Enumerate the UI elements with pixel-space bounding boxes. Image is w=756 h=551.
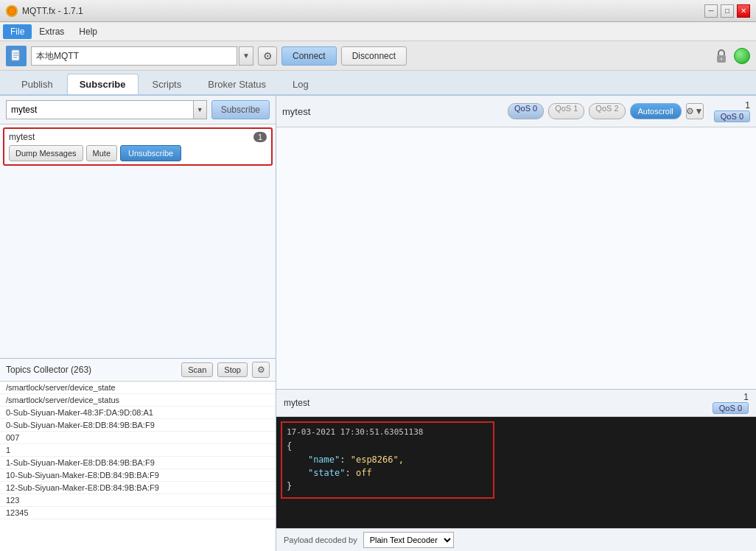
subscription-list: mytest 1 Dump Messages Mute Unsubscribe xyxy=(0,124,276,358)
maximize-button[interactable]: □ xyxy=(721,4,734,18)
tab-publish[interactable]: Publish xyxy=(9,74,66,94)
right-settings-button[interactable]: ⚙▼ xyxy=(686,103,704,119)
msg-detail-meta: 1 QoS 0 xyxy=(713,392,749,414)
list-item[interactable]: 0-Sub-Siyuan-Maker-E8:DB:84:9B:BA:F9 xyxy=(0,419,276,432)
sub-topic-name: mytest xyxy=(9,132,35,142)
sub-item-actions: Dump Messages Mute Unsubscribe xyxy=(9,145,267,161)
msg-footer: Payload decoded by Plain Text Decoder xyxy=(276,528,756,551)
sub-item-header: mytest 1 xyxy=(9,132,267,142)
mute-button[interactable]: Mute xyxy=(86,145,117,161)
connect-button[interactable]: Connect xyxy=(281,46,337,66)
topics-header: Topics Collector (263) Scan Stop ⚙ xyxy=(0,359,276,382)
main-tabs: Publish Subscribe Scripts Broker Status … xyxy=(0,71,756,96)
topic-input-wrap: ▼ xyxy=(6,100,207,119)
left-panel: ▼ Subscribe mytest 1 Dump Messages Mute … xyxy=(0,96,276,551)
topics-settings-button[interactable]: ⚙ xyxy=(252,362,270,378)
stop-button[interactable]: Stop xyxy=(217,362,248,377)
tab-subscribe[interactable]: Subscribe xyxy=(67,74,139,94)
autoscroll-button[interactable]: Autoscroll xyxy=(630,103,682,119)
list-item[interactable]: 0-Sub-Siyuan-Maker-48:3F:DA:9D:08:A1 xyxy=(0,407,276,419)
list-item[interactable]: 10-Sub-Siyuan-Maker-E8:DB:84:9B:BA:F9 xyxy=(0,469,276,482)
msg-detail-count: 1 xyxy=(743,392,749,402)
list-item[interactable]: 1 xyxy=(0,444,276,457)
list-item[interactable]: /smartlock/server/device_state xyxy=(0,382,276,394)
menu-bar: File Extras Help xyxy=(0,22,756,41)
list-item[interactable]: 007 xyxy=(0,432,276,444)
message-detail: mytest 1 QoS 0 17-03-2021 17:30:51.63051… xyxy=(276,389,756,551)
subscription-item: mytest 1 Dump Messages Mute Unsubscribe xyxy=(3,127,273,166)
list-item[interactable]: 12-Sub-Siyuan-Maker-E8:DB:84:9B:BA:F9 xyxy=(0,482,276,494)
qos0-button[interactable]: QoS 0 xyxy=(508,103,544,119)
right-topic-label: mytest xyxy=(282,106,310,117)
content-area: ▼ Subscribe mytest 1 Dump Messages Mute … xyxy=(0,96,756,551)
tab-log[interactable]: Log xyxy=(280,74,321,94)
msg-content-box: 17-03-2021 17:30:51.63051138 { "name": "… xyxy=(281,421,494,499)
close-button[interactable]: ✕ xyxy=(737,4,750,18)
msg-detail-qos: QoS 0 xyxy=(713,402,749,414)
menu-help[interactable]: Help xyxy=(71,24,105,39)
svg-point-0 xyxy=(8,7,15,15)
right-subscribe-bar: mytest QoS 0 QoS 1 QoS 2 Autoscroll ⚙▼ 1… xyxy=(276,96,756,127)
msg-content-area[interactable]: 17-03-2021 17:30:51.63051138 { "name": "… xyxy=(276,417,756,528)
toolbar-right xyxy=(713,48,750,64)
new-connection-icon[interactable] xyxy=(6,46,27,66)
list-item[interactable]: 123 xyxy=(0,494,276,507)
list-item[interactable]: 1-Sub-Siyuan-Maker-E8:DB:84:9B:BA:F9 xyxy=(0,457,276,469)
topics-collector: Topics Collector (263) Scan Stop ⚙ /smar… xyxy=(0,358,276,551)
connection-select[interactable]: 本地MQTT xyxy=(31,46,237,66)
subscribe-bar: ▼ Subscribe xyxy=(0,96,276,124)
msg-detail-header: mytest 1 QoS 0 xyxy=(276,390,756,417)
title-bar: MQTT.fx - 1.7.1 ─ □ ✕ xyxy=(0,0,756,22)
connection-settings-button[interactable]: ⚙ xyxy=(258,46,277,66)
list-item[interactable]: /smartlock/server/device_status xyxy=(0,394,276,407)
subscribe-button[interactable]: Subscribe xyxy=(211,100,270,119)
app-title: MQTT.fx - 1.7.1 xyxy=(22,6,83,16)
payload-label: Payload decoded by xyxy=(284,536,357,544)
right-panel: mytest QoS 0 QoS 1 QoS 2 Autoscroll ⚙▼ 1… xyxy=(276,96,756,551)
topics-title: Topics Collector (263) xyxy=(6,365,177,375)
dump-messages-button[interactable]: Dump Messages xyxy=(9,145,83,161)
lock-icon xyxy=(713,48,729,64)
minimize-button[interactable]: ─ xyxy=(704,4,718,18)
unsubscribe-button[interactable]: Unsubscribe xyxy=(120,145,181,161)
connection-dropdown-arrow[interactable]: ▼ xyxy=(239,46,253,66)
menu-extras[interactable]: Extras xyxy=(32,24,71,39)
toolbar: 本地MQTT ▼ ⚙ Connect Disconnect xyxy=(0,41,756,71)
message-count: 1 xyxy=(745,100,750,110)
title-bar-left: MQTT.fx - 1.7.1 xyxy=(6,5,83,17)
scan-button[interactable]: Scan xyxy=(181,362,213,377)
svg-point-3 xyxy=(721,57,723,60)
message-qos-badge: QoS 0 xyxy=(714,110,750,122)
msg-timestamp: 17-03-2021 17:30:51.63051138 xyxy=(287,427,489,437)
tab-scripts[interactable]: Scripts xyxy=(140,74,195,94)
tab-broker-status[interactable]: Broker Status xyxy=(195,74,279,94)
qos1-button[interactable]: QoS 1 xyxy=(548,103,584,119)
sub-message-count: 1 xyxy=(253,132,267,142)
menu-file[interactable]: File xyxy=(3,24,32,39)
topics-list: /smartlock/server/device_state /smartloc… xyxy=(0,382,276,551)
msg-detail-topic: mytest xyxy=(284,398,309,408)
qos2-button[interactable]: QoS 2 xyxy=(589,103,625,119)
msg-json: { "name": "esp8266", "state": off } xyxy=(287,440,489,493)
payload-decoder-select[interactable]: Plain Text Decoder xyxy=(363,532,454,548)
topic-dropdown-arrow[interactable]: ▼ xyxy=(194,100,207,119)
message-list[interactable] xyxy=(276,127,756,389)
window-controls: ─ □ ✕ xyxy=(704,4,750,18)
connection-status-indicator xyxy=(734,48,750,64)
app-icon xyxy=(6,5,18,17)
topic-input[interactable] xyxy=(6,100,194,119)
disconnect-button[interactable]: Disconnect xyxy=(341,46,407,66)
list-item[interactable]: 12345 xyxy=(0,507,276,519)
